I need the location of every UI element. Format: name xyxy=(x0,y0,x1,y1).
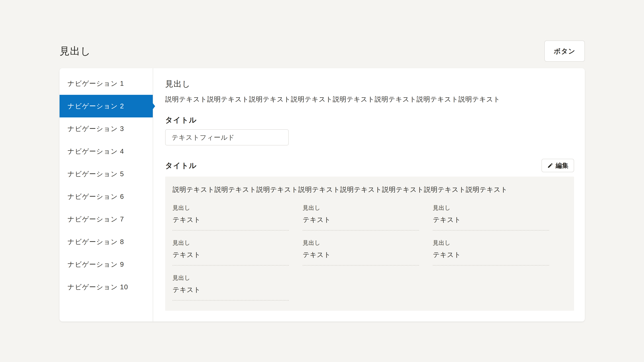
field-label: タイトル xyxy=(165,115,574,125)
nav-item[interactable]: ナビゲーション 6 xyxy=(60,185,153,208)
page-title: 見出し xyxy=(60,44,91,58)
nav-item-label: ナビゲーション 4 xyxy=(68,147,124,156)
detail-item-label: 見出し xyxy=(303,204,419,212)
detail-item-label: 見出し xyxy=(433,204,549,212)
nav-item-label: ナビゲーション 3 xyxy=(68,124,124,133)
nav-item-label: ナビゲーション 9 xyxy=(68,260,124,269)
detail-item: 見出し テキスト xyxy=(303,239,419,266)
section-heading: 見出し xyxy=(165,79,574,89)
nav-item[interactable]: ナビゲーション 4 xyxy=(60,140,153,163)
nav-item[interactable]: ナビゲーション 5 xyxy=(60,163,153,185)
nav-item[interactable]: ナビゲーション 2 xyxy=(60,95,153,117)
nav-item-label: ナビゲーション 5 xyxy=(68,169,124,179)
detail-item-value: テキスト xyxy=(303,250,419,259)
detail-item: 見出し テキスト xyxy=(172,204,289,231)
nav-item[interactable]: ナビゲーション 10 xyxy=(60,276,153,298)
page-container: 見出し ボタン ナビゲーション 1 ナビゲーション 2 ナビゲーション 3 xyxy=(60,0,585,322)
panel-description: 説明テキスト説明テキスト説明テキスト説明テキスト説明テキスト説明テキスト説明テキ… xyxy=(172,184,567,194)
detail-item-value: テキスト xyxy=(433,250,549,259)
detail-item-label: 見出し xyxy=(433,239,549,247)
title-text-field[interactable] xyxy=(165,129,289,145)
detail-item: 見出し テキスト xyxy=(433,204,549,231)
section-description: 説明テキスト説明テキスト説明テキスト説明テキスト説明テキスト説明テキスト説明テキ… xyxy=(165,94,574,104)
page-background: { "colors": { "accent_blue": "#0A74C2" }… xyxy=(0,0,644,362)
nav-item-label: ナビゲーション 1 xyxy=(68,79,124,88)
nav-item-label: ナビゲーション 6 xyxy=(68,192,124,201)
nav-item[interactable]: ナビゲーション 1 xyxy=(60,72,153,95)
sidebar-nav: ナビゲーション 1 ナビゲーション 2 ナビゲーション 3 ナビゲーション 4 xyxy=(60,68,153,322)
nav-item[interactable]: ナビゲーション 8 xyxy=(60,230,153,253)
nav-item[interactable]: ナビゲーション 3 xyxy=(60,117,153,140)
nav-item[interactable]: ナビゲーション 7 xyxy=(60,208,153,230)
detail-item-label: 見出し xyxy=(172,239,289,247)
detail-item-label: 見出し xyxy=(172,274,289,282)
detail-section-label: タイトル xyxy=(165,161,197,171)
detail-item: 見出し テキスト xyxy=(433,239,549,266)
nav-item-label: ナビゲーション 8 xyxy=(68,237,124,246)
edit-button[interactable]: 編集 xyxy=(542,159,574,172)
nav-item-label: ナビゲーション 7 xyxy=(68,215,124,224)
nav-item-label: ナビゲーション 2 xyxy=(68,102,124,111)
detail-item: 見出し テキスト xyxy=(172,239,289,266)
detail-item-label: 見出し xyxy=(172,204,289,212)
detail-item-value: テキスト xyxy=(303,215,419,224)
edit-button-label: 編集 xyxy=(556,161,568,170)
detail-section-header: タイトル 編集 xyxy=(165,159,574,172)
detail-item: 見出し テキスト xyxy=(172,274,289,301)
active-item-arrow-icon xyxy=(153,103,155,109)
detail-item-value: テキスト xyxy=(433,215,549,224)
page-header: 見出し ボタン xyxy=(60,0,585,62)
detail-grid: 見出し テキスト 見出し テキスト 見出し テキスト xyxy=(172,204,567,301)
detail-item-value: テキスト xyxy=(172,250,289,259)
header-action-button[interactable]: ボタン xyxy=(544,40,585,62)
detail-item-value: テキスト xyxy=(172,285,289,294)
pencil-icon xyxy=(547,163,553,169)
detail-panel: 説明テキスト説明テキスト説明テキスト説明テキスト説明テキスト説明テキスト説明テキ… xyxy=(165,177,574,311)
detail-item-label: 見出し xyxy=(303,239,419,247)
content-card: ナビゲーション 1 ナビゲーション 2 ナビゲーション 3 ナビゲーション 4 xyxy=(60,68,585,322)
detail-item-value: テキスト xyxy=(172,215,289,224)
detail-item: 見出し テキスト xyxy=(303,204,419,231)
nav-item-label: ナビゲーション 10 xyxy=(68,282,128,292)
main-content: 見出し 説明テキスト説明テキスト説明テキスト説明テキスト説明テキスト説明テキスト… xyxy=(153,68,585,322)
nav-item[interactable]: ナビゲーション 9 xyxy=(60,253,153,276)
